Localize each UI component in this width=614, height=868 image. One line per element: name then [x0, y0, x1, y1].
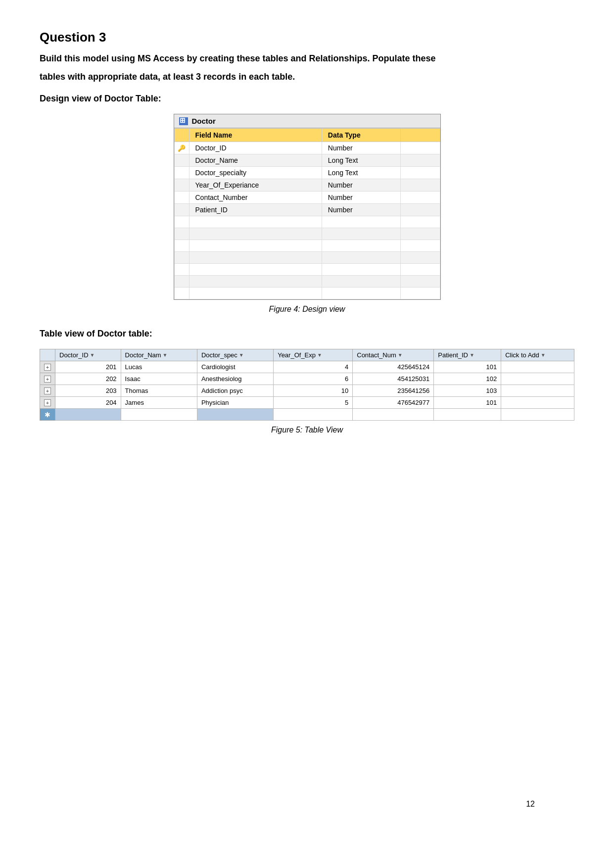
col-sort-4: Contact_Num ▼: [357, 351, 402, 359]
design-table: Field Name Data Type 🔑 Doctor_ID Number …: [174, 128, 440, 299]
doctor-id-cell: 201: [55, 361, 121, 373]
field-name-cell: Patient_ID: [189, 204, 322, 216]
year-exp-cell: 10: [274, 385, 353, 397]
patient-id-cell: 101: [434, 397, 501, 409]
year-exp-cell: 5: [274, 397, 353, 409]
question-title: Question 3: [40, 30, 574, 45]
design-table-header-row: Field Name Data Type: [174, 129, 440, 142]
data-type-cell: Long Text: [322, 154, 400, 167]
contact-num-cell: 425645124: [353, 361, 434, 373]
design-view-container: Doctor Field Name Data Type 🔑 Doctor_I: [40, 114, 574, 300]
design-table-row: Contact_Number Number: [174, 192, 440, 204]
design-col-field-name: Field Name: [189, 129, 322, 142]
table-col-header-6[interactable]: Click to Add ▼: [501, 349, 574, 361]
contact-num-cell: 454125031: [353, 373, 434, 385]
table-col-header-2[interactable]: Doctor_spec ▼: [197, 349, 273, 361]
table-view-label: Table view of Doctor table:: [40, 329, 574, 339]
table-col-header-5[interactable]: Patient_ID ▼: [434, 349, 501, 361]
extra-cell: [400, 204, 440, 216]
doctor-id-cell: 204: [55, 397, 121, 409]
row-key-indicator: [174, 204, 189, 216]
sort-arrow: ▼: [541, 352, 546, 358]
data-type-cell: Number: [322, 192, 400, 204]
design-empty-row: [174, 276, 440, 288]
sort-arrow: ▼: [470, 352, 474, 358]
new-record-spec[interactable]: [197, 409, 273, 421]
table-header-row: Doctor_ID ▼Doctor_Nam ▼Doctor_spec ▼Year…: [40, 349, 574, 361]
table-col-header-3[interactable]: Year_Of_Exp ▼: [274, 349, 353, 361]
col-sort-6: Click to Add ▼: [505, 351, 546, 359]
col-sort-2: Doctor_spec ▼: [201, 351, 244, 359]
doctor-spec-cell: Addiction psyc: [197, 385, 273, 397]
figure5-caption: Figure 5: Table View: [40, 426, 574, 434]
design-table-row: Year_Of_Experiance Number: [174, 179, 440, 192]
click-to-add-cell: [501, 373, 574, 385]
data-type-cell: Long Text: [322, 167, 400, 179]
sort-arrow: ▼: [90, 352, 95, 358]
new-record-id[interactable]: [55, 409, 121, 421]
design-empty-row: [174, 252, 440, 264]
table-row: + 203 Thomas Addiction psyc 10 235641256…: [40, 385, 574, 397]
table-col-header-4[interactable]: Contact_Num ▼: [353, 349, 434, 361]
design-table-title: Doctor: [174, 114, 440, 128]
design-empty-row: [174, 216, 440, 228]
table-col-header-1[interactable]: Doctor_Nam ▼: [121, 349, 197, 361]
row-key-indicator: [174, 167, 189, 179]
doctor-name-cell: Lucas: [121, 361, 197, 373]
doctor-spec-cell: Physician: [197, 397, 273, 409]
new-record-add[interactable]: [501, 409, 574, 421]
doctor-name-cell: James: [121, 397, 197, 409]
sort-arrow: ▼: [163, 352, 168, 358]
extra-cell: [400, 154, 440, 167]
sort-arrow: ▼: [239, 352, 244, 358]
year-exp-cell: 6: [274, 373, 353, 385]
click-to-add-cell: [501, 361, 574, 373]
col-sort-1: Doctor_Nam ▼: [125, 351, 168, 359]
design-table-name: Doctor: [192, 117, 216, 125]
field-name-cell: Year_Of_Experiance: [189, 179, 322, 192]
figure4-caption: Figure 4: Design view: [40, 305, 574, 314]
table-icon: [179, 117, 188, 125]
row-key-indicator: [174, 179, 189, 192]
patient-id-cell: 102: [434, 373, 501, 385]
doctor-id-cell: 203: [55, 385, 121, 397]
new-record-indicator: ✱: [40, 409, 55, 421]
design-table-row: Doctor_Name Long Text: [174, 154, 440, 167]
row-num-header: [40, 349, 55, 361]
row-expand-cell: +: [40, 397, 55, 409]
design-table-row: Doctor_specialty Long Text: [174, 167, 440, 179]
design-empty-row: [174, 264, 440, 276]
table-col-header-0[interactable]: Doctor_ID ▼: [55, 349, 121, 361]
new-record-contact[interactable]: [353, 409, 434, 421]
year-exp-cell: 4: [274, 361, 353, 373]
col-sort-5: Patient_ID ▼: [438, 351, 474, 359]
new-record-patient[interactable]: [434, 409, 501, 421]
table-view-container: Doctor_ID ▼Doctor_Nam ▼Doctor_spec ▼Year…: [40, 349, 574, 421]
new-record-exp[interactable]: [274, 409, 353, 421]
table-row: + 202 Isaac Anesthesiolog 6 454125031 10…: [40, 373, 574, 385]
key-icon: 🔑: [178, 145, 186, 152]
doctor-name-cell: Thomas: [121, 385, 197, 397]
field-name-cell: Doctor_ID: [189, 142, 322, 154]
extra-cell: [400, 192, 440, 204]
expand-button[interactable]: +: [44, 399, 51, 406]
design-view-label: Design view of Doctor Table:: [40, 94, 574, 104]
field-name-cell: Doctor_specialty: [189, 167, 322, 179]
row-key-indicator: 🔑: [174, 142, 189, 154]
extra-cell: [400, 167, 440, 179]
data-type-cell: Number: [322, 179, 400, 192]
extra-cell: [400, 179, 440, 192]
row-expand-cell: +: [40, 385, 55, 397]
design-col-indicator: [174, 129, 189, 142]
col-sort-0: Doctor_ID ▼: [59, 351, 94, 359]
row-expand-cell: +: [40, 361, 55, 373]
expand-button[interactable]: +: [44, 387, 51, 394]
expand-button[interactable]: +: [44, 376, 51, 383]
field-name-cell: Contact_Number: [189, 192, 322, 204]
page-number: 12: [526, 800, 535, 809]
new-record-name[interactable]: [121, 409, 197, 421]
new-record-row[interactable]: ✱: [40, 409, 574, 421]
expand-button[interactable]: +: [44, 364, 51, 371]
row-key-indicator: [174, 154, 189, 167]
question-body-line1: Build this model using MS Access by crea…: [40, 52, 574, 65]
